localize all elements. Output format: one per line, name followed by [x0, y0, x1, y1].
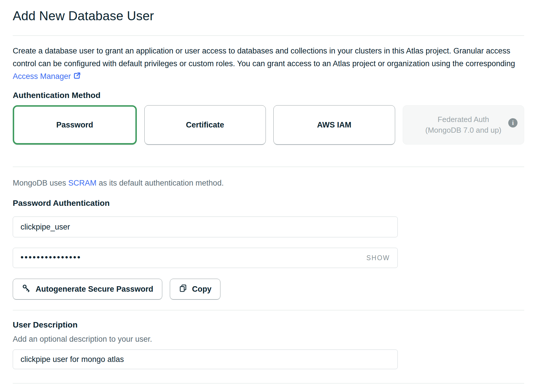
- user-description-subtitle: Add an optional description to your user…: [13, 335, 524, 344]
- divider: [13, 35, 524, 36]
- divider: [13, 310, 524, 310]
- username-field-container: [13, 217, 398, 237]
- user-description-field-container: [13, 350, 398, 369]
- autogenerate-password-button[interactable]: Autogenerate Secure Password: [13, 279, 162, 299]
- access-manager-link[interactable]: Access Manager: [13, 72, 81, 81]
- page-title: Add New Database User: [13, 9, 524, 23]
- show-password-button[interactable]: SHOW: [366, 254, 390, 262]
- auth-option-federated-auth: Federated Auth (MongoDB 7.0 and up) i: [403, 105, 524, 145]
- add-database-user-page: Add New Database User Create a database …: [0, 0, 534, 384]
- authentication-method-heading: Authentication Method: [13, 91, 524, 100]
- auth-option-federated-label: Federated Auth (MongoDB 7.0 and up): [425, 114, 501, 136]
- divider: [13, 167, 524, 167]
- auth-option-password[interactable]: Password: [13, 105, 137, 145]
- external-link-icon: [73, 73, 81, 82]
- password-masked-value[interactable]: •••••••••••••••: [21, 252, 366, 262]
- auth-option-aws-iam-label: AWS IAM: [317, 121, 351, 130]
- user-description-input[interactable]: [21, 350, 390, 369]
- scram-link[interactable]: SCRAM: [68, 179, 97, 187]
- user-description-heading: User Description: [13, 320, 524, 330]
- intro-text-body: Create a database user to grant an appli…: [13, 47, 515, 68]
- username-input[interactable]: [21, 217, 390, 237]
- autogenerate-password-label: Autogenerate Secure Password: [36, 285, 153, 294]
- intro-text: Create a database user to grant an appli…: [13, 45, 524, 84]
- copy-icon: [179, 284, 187, 295]
- info-icon[interactable]: i: [508, 118, 518, 127]
- key-icon: [22, 284, 31, 295]
- auth-option-certificate-label: Certificate: [186, 121, 224, 130]
- password-field-container: ••••••••••••••• SHOW: [13, 248, 398, 268]
- auth-method-options: Password Certificate AWS IAM Federated A…: [13, 105, 524, 145]
- copy-button-label: Copy: [192, 285, 212, 294]
- password-actions-row: Autogenerate Secure Password Copy: [13, 279, 524, 299]
- auth-option-certificate[interactable]: Certificate: [144, 105, 266, 145]
- auth-option-aws-iam[interactable]: AWS IAM: [273, 105, 395, 145]
- auth-option-password-label: Password: [56, 121, 93, 130]
- copy-password-button[interactable]: Copy: [170, 279, 221, 299]
- scram-note: MongoDB uses SCRAM as its default authen…: [13, 179, 524, 188]
- password-authentication-heading: Password Authentication: [13, 199, 524, 208]
- divider: [13, 383, 524, 384]
